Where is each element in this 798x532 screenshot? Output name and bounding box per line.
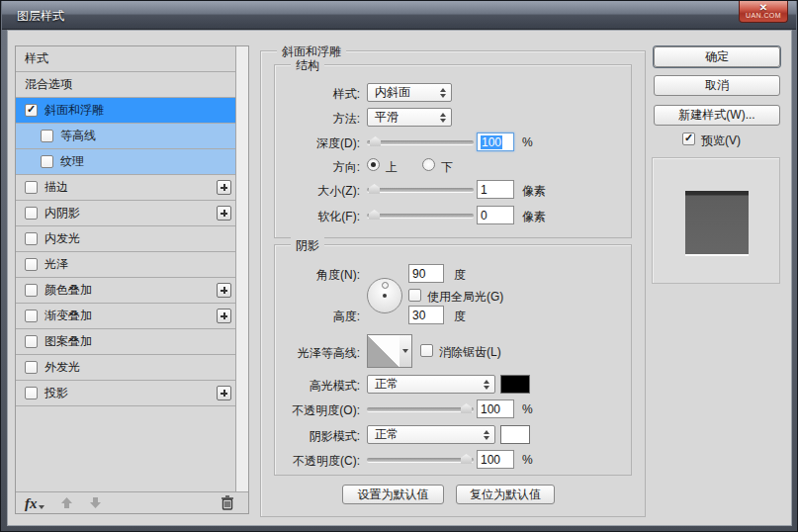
checkbox-icon[interactable] — [25, 361, 38, 374]
technique-select-value: 平滑 — [375, 109, 399, 126]
delete-effect-button[interactable] — [221, 495, 234, 510]
sidebar-item-outer-glow[interactable]: 外发光 — [16, 355, 236, 381]
checkbox-icon[interactable] — [25, 335, 38, 348]
shadow-opacity-input[interactable] — [477, 450, 514, 469]
updown-arrows-icon — [484, 430, 489, 440]
sidebar-item-label: 内发光 — [44, 230, 80, 247]
technique-select[interactable]: 平滑 — [367, 108, 452, 127]
use-global-light-checkbox[interactable] — [408, 289, 421, 302]
move-down-button[interactable] — [89, 496, 102, 509]
add-effect-icon[interactable] — [217, 309, 231, 323]
add-effect-icon[interactable] — [217, 386, 231, 400]
add-effect-icon[interactable] — [217, 283, 231, 298]
sidebar-item-label: 内阴影 — [44, 205, 80, 222]
size-input[interactable] — [477, 180, 514, 199]
set-defaults-button[interactable]: 设置为默认值 — [342, 485, 444, 504]
sidebar-item-drop-shadow[interactable]: 投影 — [16, 381, 236, 406]
sidebar-item-label: 光泽 — [44, 256, 68, 273]
direction-down-radio[interactable] — [422, 158, 435, 171]
soften-input[interactable] — [477, 206, 514, 224]
checkbox-icon[interactable] — [41, 155, 53, 168]
highlight-opacity-slider[interactable] — [367, 407, 474, 412]
move-up-button[interactable] — [60, 496, 73, 509]
layer-style-dialog: 图层样式 ✕ UAN.COM 样式 混合选项 斜面和浮雕 等高线 — [0, 0, 798, 532]
fx-caret-icon — [39, 505, 44, 509]
checkbox-icon[interactable] — [25, 181, 38, 194]
technique-label: 方法: — [260, 111, 360, 128]
updown-arrows-icon — [440, 88, 446, 98]
shadow-color-swatch[interactable] — [500, 425, 530, 444]
depth-value-selected: 100 — [481, 135, 502, 149]
angle-input[interactable] — [408, 264, 444, 283]
shadow-opacity-slider[interactable] — [367, 458, 474, 463]
down-arrow-icon — [89, 496, 102, 509]
checkbox-checked-icon[interactable] — [25, 104, 38, 117]
trash-icon — [221, 495, 234, 510]
depth-slider[interactable] — [367, 140, 474, 145]
checkbox-icon[interactable] — [25, 310, 38, 322]
soften-slider[interactable] — [367, 214, 474, 219]
style-select[interactable]: 内斜面 — [367, 83, 452, 102]
preview-checkbox[interactable] — [682, 133, 695, 145]
highlight-mode-label: 高光模式: — [260, 378, 360, 395]
highlight-opacity-label: 不透明度(O): — [260, 402, 360, 419]
sidebar-item-pattern-overlay[interactable]: 图案叠加 — [16, 329, 236, 355]
sidebar-scrollbar[interactable] — [235, 46, 248, 492]
fx-menu-button[interactable]: fx — [25, 496, 38, 510]
use-global-light-label: 使用全局光(G) — [427, 289, 503, 306]
sidebar-item-inner-glow[interactable]: 内发光 — [16, 226, 236, 252]
cancel-button[interactable]: 取消 — [654, 75, 780, 96]
sidebar-footer: fx — [16, 491, 248, 513]
direction-label: 方向: — [260, 159, 360, 176]
sidebar-item-gradient-overlay[interactable]: 渐变叠加 — [16, 304, 236, 329]
sidebar-item-blending-options[interactable]: 混合选项 — [16, 72, 236, 98]
checkbox-icon[interactable] — [25, 258, 38, 271]
checkbox-icon[interactable] — [41, 130, 53, 142]
gloss-contour-thumbnail[interactable] — [367, 334, 400, 368]
sidebar-item-inner-shadow[interactable]: 内阴影 — [16, 201, 236, 226]
dialog-title: 图层样式 — [17, 8, 64, 25]
highlight-mode-select[interactable]: 正常 — [367, 375, 495, 394]
titlebar[interactable]: 图层样式 ✕ UAN.COM — [2, 1, 796, 30]
ok-button[interactable]: 确定 — [654, 46, 780, 67]
angle-dial[interactable] — [367, 278, 402, 313]
sidebar-item-bevel-emboss[interactable]: 斜面和浮雕 — [16, 98, 236, 124]
sidebar-item-color-overlay[interactable]: 颜色叠加 — [16, 278, 236, 304]
updown-arrows-icon — [484, 380, 489, 390]
size-slider[interactable] — [367, 188, 474, 193]
add-effect-icon[interactable] — [217, 180, 231, 195]
close-button[interactable]: ✕ UAN.COM — [739, 1, 788, 23]
sidebar-item-stroke[interactable]: 描边 — [16, 175, 236, 201]
highlight-opacity-input[interactable] — [477, 399, 514, 418]
depth-unit: % — [522, 135, 533, 149]
altitude-input[interactable] — [408, 306, 444, 324]
angle-unit: 度 — [454, 267, 466, 284]
preview-swatch — [685, 191, 749, 254]
style-list: 样式 混合选项 斜面和浮雕 等高线 纹理 描边 — [16, 46, 236, 492]
reset-defaults-button[interactable]: 复位为默认值 — [456, 485, 555, 504]
sidebar-item-label: 外发光 — [44, 359, 80, 376]
add-effect-icon[interactable] — [217, 206, 231, 221]
watermark: UAN.COM — [746, 12, 781, 20]
checkbox-icon[interactable] — [25, 232, 38, 245]
sidebar-item-contour[interactable]: 等高线 — [16, 124, 236, 149]
checkbox-icon[interactable] — [25, 207, 38, 220]
close-icon: ✕ — [759, 3, 767, 12]
highlight-color-swatch[interactable] — [500, 375, 530, 394]
sidebar-item-label: 混合选项 — [25, 76, 72, 93]
checkbox-icon[interactable] — [25, 284, 38, 297]
gloss-contour-dropdown-button[interactable] — [399, 334, 412, 368]
sidebar-item-label: 图案叠加 — [44, 333, 92, 350]
sidebar-item-satin[interactable]: 光泽 — [16, 252, 236, 278]
shadow-mode-select[interactable]: 正常 — [367, 425, 495, 444]
sidebar-item-styles[interactable]: 样式 — [16, 46, 236, 72]
direction-up-radio[interactable] — [367, 158, 380, 171]
checkbox-icon[interactable] — [25, 387, 38, 399]
depth-input[interactable]: 100 — [477, 133, 514, 151]
soften-unit: 像素 — [522, 209, 546, 225]
structure-legend: 结构 — [291, 57, 324, 74]
anti-alias-checkbox[interactable] — [420, 344, 433, 357]
sidebar-item-texture[interactable]: 纹理 — [16, 149, 236, 175]
shading-legend: 阴影 — [291, 237, 324, 254]
new-style-button[interactable]: 新建样式(W)... — [654, 105, 780, 126]
